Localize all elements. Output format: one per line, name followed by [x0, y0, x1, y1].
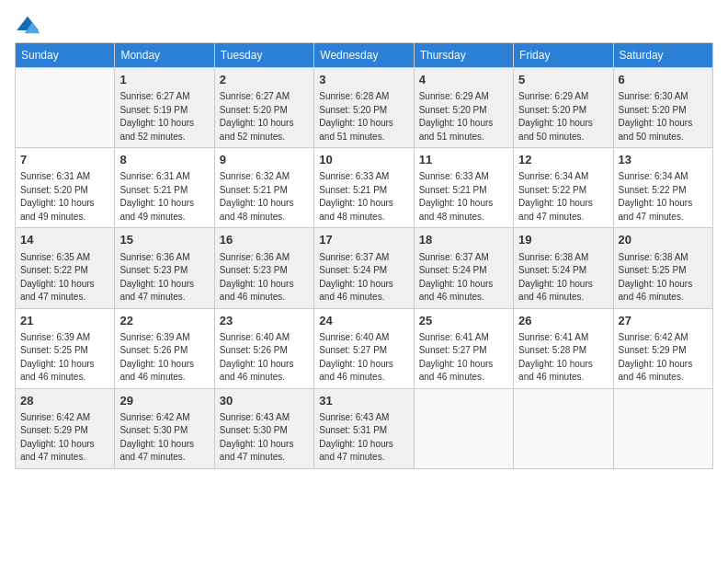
logo: [15, 15, 44, 35]
day-info: Sunrise: 6:43 AM Sunset: 5:30 PM Dayligh…: [220, 411, 309, 465]
calendar-header-sunday: Sunday: [16, 43, 115, 68]
day-number: 14: [20, 232, 109, 248]
day-info: Sunrise: 6:30 AM Sunset: 5:20 PM Dayligh…: [619, 90, 708, 144]
calendar-cell: 17Sunrise: 6:37 AM Sunset: 5:24 PM Dayli…: [314, 228, 414, 308]
calendar-cell: 23Sunrise: 6:40 AM Sunset: 5:26 PM Dayli…: [214, 308, 313, 388]
calendar-header-thursday: Thursday: [414, 43, 513, 68]
day-number: 20: [619, 232, 708, 248]
calendar-cell: 25Sunrise: 6:41 AM Sunset: 5:27 PM Dayli…: [414, 308, 513, 388]
calendar-cell: 29Sunrise: 6:42 AM Sunset: 5:30 PM Dayli…: [115, 388, 214, 468]
calendar-week-row: 14Sunrise: 6:35 AM Sunset: 5:22 PM Dayli…: [16, 228, 713, 308]
day-info: Sunrise: 6:27 AM Sunset: 5:19 PM Dayligh…: [119, 90, 209, 144]
day-info: Sunrise: 6:41 AM Sunset: 5:27 PM Dayligh…: [419, 331, 508, 385]
day-number: 29: [119, 393, 209, 409]
day-info: Sunrise: 6:34 AM Sunset: 5:22 PM Dayligh…: [518, 170, 608, 224]
day-info: Sunrise: 6:31 AM Sunset: 5:20 PM Dayligh…: [20, 170, 109, 224]
calendar-cell: [613, 388, 712, 468]
calendar-header-wednesday: Wednesday: [314, 43, 414, 68]
day-info: Sunrise: 6:42 AM Sunset: 5:30 PM Dayligh…: [119, 411, 209, 465]
day-number: 19: [518, 232, 608, 248]
day-number: 27: [619, 313, 708, 329]
calendar-cell: 9Sunrise: 6:32 AM Sunset: 5:21 PM Daylig…: [214, 148, 313, 228]
calendar: SundayMondayTuesdayWednesdayThursdayFrid…: [15, 42, 713, 469]
day-number: 23: [220, 313, 309, 329]
calendar-header-friday: Friday: [514, 43, 613, 68]
calendar-cell: 22Sunrise: 6:39 AM Sunset: 5:26 PM Dayli…: [115, 308, 214, 388]
day-number: 5: [518, 72, 608, 88]
day-info: Sunrise: 6:40 AM Sunset: 5:26 PM Dayligh…: [220, 331, 309, 385]
page-header: [15, 15, 713, 35]
day-info: Sunrise: 6:36 AM Sunset: 5:23 PM Dayligh…: [119, 251, 209, 304]
calendar-cell: 20Sunrise: 6:38 AM Sunset: 5:25 PM Dayli…: [613, 228, 712, 308]
calendar-cell: 28Sunrise: 6:42 AM Sunset: 5:29 PM Dayli…: [16, 388, 115, 468]
day-info: Sunrise: 6:38 AM Sunset: 5:25 PM Dayligh…: [619, 251, 708, 304]
day-info: Sunrise: 6:32 AM Sunset: 5:21 PM Dayligh…: [220, 170, 309, 224]
day-number: 4: [419, 72, 508, 88]
day-number: 2: [220, 72, 309, 88]
day-info: Sunrise: 6:33 AM Sunset: 5:21 PM Dayligh…: [319, 170, 408, 224]
calendar-cell: 13Sunrise: 6:34 AM Sunset: 5:22 PM Dayli…: [613, 148, 712, 228]
day-info: Sunrise: 6:39 AM Sunset: 5:26 PM Dayligh…: [119, 331, 209, 385]
day-info: Sunrise: 6:27 AM Sunset: 5:20 PM Dayligh…: [220, 90, 309, 144]
day-info: Sunrise: 6:36 AM Sunset: 5:23 PM Dayligh…: [220, 251, 309, 304]
day-number: 31: [319, 393, 408, 409]
calendar-cell: [414, 388, 513, 468]
calendar-cell: 2Sunrise: 6:27 AM Sunset: 5:20 PM Daylig…: [214, 68, 313, 148]
day-info: Sunrise: 6:29 AM Sunset: 5:20 PM Dayligh…: [419, 90, 508, 144]
calendar-header-monday: Monday: [115, 43, 214, 68]
calendar-cell: 19Sunrise: 6:38 AM Sunset: 5:24 PM Dayli…: [514, 228, 613, 308]
day-number: 24: [319, 313, 408, 329]
calendar-cell: 21Sunrise: 6:39 AM Sunset: 5:25 PM Dayli…: [16, 308, 115, 388]
calendar-week-row: 1Sunrise: 6:27 AM Sunset: 5:19 PM Daylig…: [16, 68, 713, 148]
calendar-cell: 3Sunrise: 6:28 AM Sunset: 5:20 PM Daylig…: [314, 68, 414, 148]
day-info: Sunrise: 6:37 AM Sunset: 5:24 PM Dayligh…: [419, 251, 508, 304]
day-number: 7: [20, 152, 109, 168]
day-info: Sunrise: 6:41 AM Sunset: 5:28 PM Dayligh…: [518, 331, 608, 385]
day-info: Sunrise: 6:34 AM Sunset: 5:22 PM Dayligh…: [619, 170, 708, 224]
calendar-week-row: 7Sunrise: 6:31 AM Sunset: 5:20 PM Daylig…: [16, 148, 713, 228]
day-number: 10: [319, 152, 408, 168]
calendar-cell: 7Sunrise: 6:31 AM Sunset: 5:20 PM Daylig…: [16, 148, 115, 228]
day-number: 25: [419, 313, 508, 329]
day-number: 11: [419, 152, 508, 168]
calendar-cell: 16Sunrise: 6:36 AM Sunset: 5:23 PM Dayli…: [214, 228, 313, 308]
day-info: Sunrise: 6:37 AM Sunset: 5:24 PM Dayligh…: [319, 251, 408, 304]
day-number: 26: [518, 313, 608, 329]
calendar-cell: 24Sunrise: 6:40 AM Sunset: 5:27 PM Dayli…: [314, 308, 414, 388]
day-info: Sunrise: 6:29 AM Sunset: 5:20 PM Dayligh…: [518, 90, 608, 144]
calendar-cell: 5Sunrise: 6:29 AM Sunset: 5:20 PM Daylig…: [514, 68, 613, 148]
day-info: Sunrise: 6:38 AM Sunset: 5:24 PM Dayligh…: [518, 251, 608, 304]
day-info: Sunrise: 6:43 AM Sunset: 5:31 PM Dayligh…: [319, 411, 408, 465]
calendar-cell: 1Sunrise: 6:27 AM Sunset: 5:19 PM Daylig…: [115, 68, 214, 148]
day-info: Sunrise: 6:40 AM Sunset: 5:27 PM Dayligh…: [319, 331, 408, 385]
calendar-cell: 15Sunrise: 6:36 AM Sunset: 5:23 PM Dayli…: [115, 228, 214, 308]
day-number: 9: [220, 152, 309, 168]
day-number: 30: [220, 393, 309, 409]
calendar-cell: 27Sunrise: 6:42 AM Sunset: 5:29 PM Dayli…: [613, 308, 712, 388]
calendar-cell: 14Sunrise: 6:35 AM Sunset: 5:22 PM Dayli…: [16, 228, 115, 308]
day-info: Sunrise: 6:28 AM Sunset: 5:20 PM Dayligh…: [319, 90, 408, 144]
day-number: 1: [119, 72, 209, 88]
day-number: 22: [119, 313, 209, 329]
calendar-header-tuesday: Tuesday: [214, 43, 313, 68]
calendar-cell: 18Sunrise: 6:37 AM Sunset: 5:24 PM Dayli…: [414, 228, 513, 308]
day-number: 15: [119, 232, 209, 248]
calendar-cell: [16, 68, 115, 148]
calendar-cell: 26Sunrise: 6:41 AM Sunset: 5:28 PM Dayli…: [514, 308, 613, 388]
calendar-header-saturday: Saturday: [613, 43, 712, 68]
calendar-cell: 4Sunrise: 6:29 AM Sunset: 5:20 PM Daylig…: [414, 68, 513, 148]
calendar-cell: 8Sunrise: 6:31 AM Sunset: 5:21 PM Daylig…: [115, 148, 214, 228]
calendar-header-row: SundayMondayTuesdayWednesdayThursdayFrid…: [16, 43, 713, 68]
calendar-cell: 10Sunrise: 6:33 AM Sunset: 5:21 PM Dayli…: [314, 148, 414, 228]
calendar-cell: 31Sunrise: 6:43 AM Sunset: 5:31 PM Dayli…: [314, 388, 414, 468]
logo-icon: [15, 15, 40, 35]
day-number: 17: [319, 232, 408, 248]
calendar-cell: 11Sunrise: 6:33 AM Sunset: 5:21 PM Dayli…: [414, 148, 513, 228]
day-info: Sunrise: 6:33 AM Sunset: 5:21 PM Dayligh…: [419, 170, 508, 224]
day-number: 12: [518, 152, 608, 168]
day-info: Sunrise: 6:42 AM Sunset: 5:29 PM Dayligh…: [619, 331, 708, 385]
day-number: 8: [119, 152, 209, 168]
day-number: 16: [220, 232, 309, 248]
day-number: 18: [419, 232, 508, 248]
calendar-cell: [514, 388, 613, 468]
